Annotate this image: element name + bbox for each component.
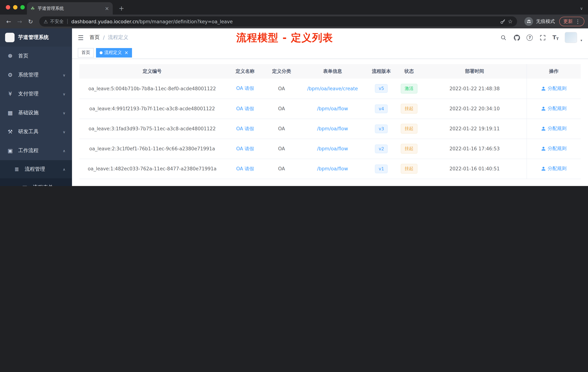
table-row: oa_leave:5:004b710b-7b8a-11ec-8ef0-acde4… — [79, 79, 581, 99]
app-logo-row[interactable]: 芋道管理系统 — [0, 28, 72, 47]
browser-menu-icon[interactable]: ⋮ — [575, 19, 580, 24]
password-key-icon[interactable] — [500, 19, 506, 24]
definition-table: 定义编号 定义名称 定义分类 表单信息 流程版本 状态 部署时间 操作 oa_l — [79, 64, 581, 179]
browser-toolbar: ← → ↻ ⚠ 不安全 dashboard.yudao.iocoder.cn/b… — [0, 15, 588, 28]
column-header: 流程版本 — [367, 64, 395, 79]
breadcrumb-current: 流程定义 — [108, 34, 128, 41]
form-link[interactable]: /bpm/oa/flow — [317, 166, 348, 171]
chevron-down-icon: ∨ — [63, 130, 65, 134]
column-header: 定义分类 — [265, 64, 298, 79]
tab-title: 芋道管理系统 — [38, 5, 102, 11]
github-icon[interactable] — [513, 34, 521, 41]
assign-rule-link[interactable]: 分配规则 — [541, 105, 567, 112]
sidebar-item-workflow[interactable]: ▣ 工作流程 ∧ — [0, 141, 72, 160]
tab-search-chevron-icon[interactable]: ∨ — [580, 6, 583, 11]
close-icon[interactable]: × — [124, 50, 128, 55]
sidebar-item-process-form[interactable]: ▤ 流程表单 — [0, 178, 72, 186]
table-header-row: 定义编号 定义名称 定义分类 表单信息 流程版本 状态 部署时间 操作 — [79, 64, 581, 79]
ship-wheel-icon: ☸ — [7, 53, 14, 59]
breadcrumb-separator: / — [103, 34, 105, 40]
search-icon[interactable] — [500, 34, 507, 41]
tag-home[interactable]: 首页 — [78, 48, 94, 57]
definition-id: oa_leave:3:1fad3d93-7b75-11ec-a3c8-acde4… — [79, 119, 225, 139]
chevron-up-icon: ∧ — [63, 167, 65, 171]
definition-name-link[interactable]: OA 请假 — [236, 146, 254, 151]
infrastructure-icon: ▦ — [7, 109, 14, 116]
assign-rule-link[interactable]: 分配规则 — [541, 125, 567, 132]
definition-id: oa_leave:5:004b710b-7b8a-11ec-8ef0-acde4… — [79, 79, 225, 99]
help-icon[interactable]: ? — [527, 34, 533, 41]
bookmark-star-icon[interactable]: ☆ — [508, 18, 513, 25]
browser-tab-strip: ☘ 芋道管理系统 × + ∨ — [0, 0, 588, 15]
assign-rule-link[interactable]: 分配规则 — [541, 145, 567, 152]
main-area: ☰ 首页 / 流程定义 流程模型 - 定义列表 ? — [72, 28, 588, 186]
definition-category: OA — [265, 119, 298, 139]
header-actions: ? TT ▾ — [500, 32, 582, 43]
column-header: 状态 — [396, 64, 422, 79]
sidebar-item-home[interactable]: ☸ 首页 — [0, 47, 72, 66]
form-link[interactable]: /bpm/oa/leave/create — [307, 86, 358, 91]
sidebar-item-system-management[interactable]: ⚙ 系统管理 ∨ — [0, 66, 72, 85]
deploy-time: 2022-01-22 21:48:38 — [422, 79, 527, 99]
column-header: 部署时间 — [422, 64, 527, 79]
font-size-icon[interactable]: TT — [553, 34, 559, 41]
definition-name-link[interactable]: OA 请假 — [236, 126, 254, 131]
definition-name-link[interactable]: OA 请假 — [236, 106, 254, 111]
table-row: oa_leave:1:482ec033-762a-11ec-8477-a2380… — [79, 159, 581, 179]
app-root: 芋道管理系统 ☸ 首页 ⚙ 系统管理 ∨ ¥ 支付管理 ∨ ▦ 基础设施 ∨ — [0, 28, 588, 186]
sidebar-item-label: 系统管理 — [18, 72, 39, 78]
sidebar-item-process-management[interactable]: ≣ 流程管理 ∧ — [0, 160, 72, 178]
form-link[interactable]: /bpm/oa/flow — [317, 146, 348, 152]
definition-category: OA — [265, 139, 298, 159]
status-badge: 挂起 — [401, 124, 418, 134]
person-icon — [541, 166, 546, 171]
new-tab-button[interactable]: + — [116, 3, 126, 13]
incognito-label: 无痕模式 — [536, 18, 555, 25]
form-link[interactable]: /bpm/oa/flow — [317, 106, 348, 111]
url-text: dashboard.yudao.iocoder.cn/bpm/manager/d… — [71, 19, 498, 24]
table-row: oa_leave:2:3c1f0ef1-76b1-11ec-9c66-a2380… — [79, 139, 581, 159]
sidebar-item-label: 流程表单 — [33, 184, 53, 186]
app-title: 芋道管理系统 — [18, 34, 49, 41]
person-icon — [541, 126, 546, 131]
status-badge: 挂起 — [401, 104, 418, 114]
browser-tab[interactable]: ☘ 芋道管理系统 × — [27, 2, 113, 15]
sidebar-item-label: 工作流程 — [18, 147, 39, 154]
status-badge: 挂起 — [401, 144, 418, 153]
deploy-time: 2022-01-22 19:19:11 — [422, 119, 527, 139]
tag-process-definition[interactable]: 流程定义 × — [96, 48, 132, 57]
caret-down-icon[interactable]: ▾ — [580, 39, 582, 43]
update-button[interactable]: 更新 ⋮ — [559, 17, 584, 26]
yen-icon: ¥ — [7, 91, 14, 97]
sidebar-item-label: 支付管理 — [18, 91, 39, 97]
definition-category: OA — [265, 159, 298, 179]
address-bar[interactable]: ⚠ 不安全 dashboard.yudao.iocoder.cn/bpm/man… — [39, 16, 517, 27]
sidebar-item-dev-tools[interactable]: ⚒ 研发工具 ∨ — [0, 122, 72, 141]
definition-id: oa_leave:4:991f2193-7b7f-11ec-a3c8-acde4… — [79, 99, 225, 119]
reload-button[interactable]: ↻ — [25, 16, 36, 27]
security-warning-icon[interactable]: ⚠ — [44, 19, 48, 24]
window-close-button[interactable] — [6, 5, 10, 10]
sidebar-item-infrastructure[interactable]: ▦ 基础设施 ∨ — [0, 103, 72, 122]
window-minimize-button[interactable] — [13, 5, 17, 10]
forward-button[interactable]: → — [15, 16, 25, 27]
tab-close-icon[interactable]: × — [105, 5, 109, 11]
sidebar-toggle-icon[interactable]: ☰ — [78, 34, 84, 41]
assign-rule-link[interactable]: 分配规则 — [541, 85, 567, 92]
sidebar-item-label: 流程管理 — [25, 166, 45, 173]
column-header: 定义编号 — [79, 64, 225, 79]
assign-rule-link[interactable]: 分配规则 — [541, 165, 567, 172]
definition-id: oa_leave:2:3c1f0ef1-76b1-11ec-9c66-a2380… — [79, 139, 225, 159]
avatar[interactable] — [565, 32, 577, 43]
fullscreen-icon[interactable] — [539, 34, 546, 41]
sidebar-item-label: 基础设施 — [18, 109, 39, 116]
security-label: 不安全 — [50, 18, 64, 25]
window-zoom-button[interactable] — [20, 5, 25, 10]
definition-name-link[interactable]: OA 请假 — [236, 86, 254, 91]
definition-name-link[interactable]: OA 请假 — [236, 166, 254, 171]
tags-view: 首页 流程定义 × — [72, 47, 588, 59]
back-button[interactable]: ← — [4, 16, 14, 27]
breadcrumb-home[interactable]: 首页 — [89, 34, 100, 41]
sidebar-item-payment-management[interactable]: ¥ 支付管理 ∨ — [0, 85, 72, 103]
form-link[interactable]: /bpm/oa/flow — [317, 126, 348, 131]
